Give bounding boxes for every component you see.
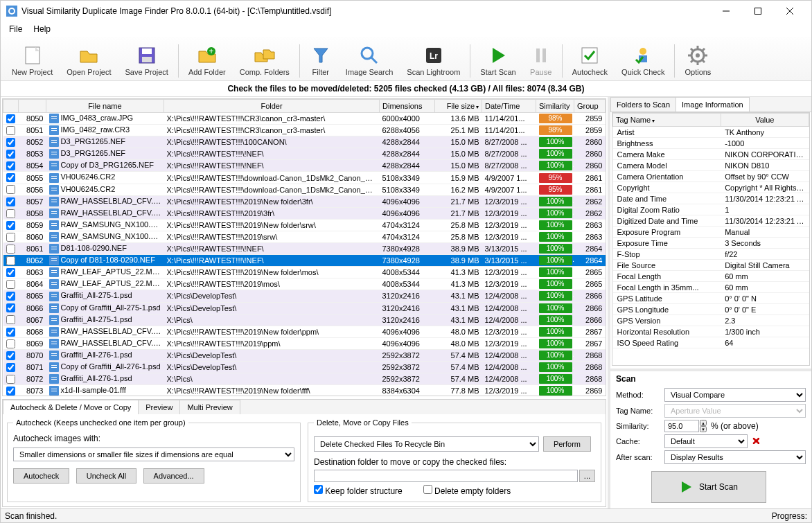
row-checkbox[interactable] [6,292,15,301]
property-row[interactable]: CopyrightCopyright * All Rights R... [613,182,809,193]
row-checkbox[interactable] [6,315,15,324]
property-row[interactable]: Camera ModelNIKON D810 [613,160,809,171]
row-checkbox[interactable] [6,185,15,194]
start-scan-button[interactable]: Start Scan [651,471,766,503]
property-row[interactable]: F-Stopf/22 [613,249,809,260]
autocheck-button[interactable]: Autocheck [13,468,69,484]
table-row[interactable]: 8057RAW_HASSELBLAD_CFV.3FRX:\Pics\!!!RAW… [3,195,606,207]
similarity-down[interactable]: ▼ [700,426,707,432]
table-row[interactable]: 8070Graffiti_All-276-1.psdX:\Pics\Develo… [3,349,606,361]
table-row[interactable]: 8058RAW_HASSELBLAD_CFV.3FRX:\Pics\!!!RAW… [3,207,606,219]
property-row[interactable]: Camera OrientationOffset by 90° CCW [613,171,809,182]
property-row[interactable]: Focal Length in 35mm...60 mm [613,282,809,293]
scan-method-select[interactable]: Visual Compare [664,388,806,402]
row-checkbox[interactable] [6,328,15,337]
property-row[interactable]: Digitized Date and Time11/30/2014 12:23:… [613,215,809,227]
row-checkbox[interactable] [6,197,15,206]
toolbar-autocheck[interactable]: Autocheck [565,37,615,78]
row-checkbox[interactable] [6,387,15,396]
row-checkbox[interactable] [6,173,15,182]
table-row[interactable]: 8068RAW_HASSELBLAD_CFV.PPMX:\Pics\!!!RAW… [3,326,606,337]
toolbar-open-project[interactable]: Open Project [60,37,118,78]
table-row[interactable]: 8065Graffiti_All-275-1.psdX:\Pics\Develo… [3,290,606,302]
property-row[interactable]: Exposure ProgramManual [613,227,809,238]
toolbar-add-folder[interactable]: +Add Folder [182,37,233,78]
toolbar-start-scan[interactable]: Start Scan [473,37,522,78]
table-row[interactable]: 8072Graffiti_All-276-1.psdX:\Pics\2592x3… [3,373,606,385]
row-checkbox[interactable] [6,245,15,254]
close-button[interactable] [774,1,806,21]
row-checkbox[interactable] [6,221,15,230]
advanced-button[interactable]: Advanced... [143,468,204,484]
col-chk[interactable] [19,100,46,113]
toolbar-quick-check[interactable]: Quick Check [615,37,671,78]
property-row[interactable]: Camera MakeNIKON CORPORATION [613,149,809,160]
table-row[interactable]: 8055VH0U6246.CR2X:\Pics\!!!RAWTEST!!!\do… [3,172,606,184]
property-row[interactable]: File SourceDigital Still Camera [613,260,809,271]
delete-action-select[interactable]: Delete Checked Files To Recycle Bin [314,436,539,452]
row-checkbox[interactable] [6,126,15,135]
table-row[interactable]: 8060RAW_SAMSUNG_NX100.SRWX:\Pics\!!!RAWT… [3,231,606,242]
row-checkbox[interactable] [6,339,15,348]
menu-help[interactable]: Help [28,23,56,35]
clear-cache-icon[interactable]: 🗙 [752,436,760,446]
row-checkbox[interactable] [6,375,15,384]
image-info-panel[interactable]: Tag NameValue ArtistTK AnthonyBrightness… [612,112,810,366]
toolbar-save-project[interactable]: Save Project [118,37,175,78]
browse-button[interactable]: ... [579,470,595,482]
col-folder[interactable]: Folder [164,100,380,113]
autocheck-mode-select[interactable]: Smaller dimensions or smaller file sizes… [13,447,294,461]
perform-button[interactable]: Perform [543,436,591,452]
property-row[interactable]: Digital Zoom Ratio1 [613,204,809,215]
table-row[interactable]: 8051IMG_0482_raw.CR3X:\Pics\!!!RAWTEST!!… [3,125,606,136]
row-checkbox[interactable] [6,233,15,242]
row-checkbox[interactable] [6,150,15,159]
property-row[interactable]: Date and Time11/30/2014 12:23:21 AM [613,193,809,204]
table-row[interactable]: 8050IMG_0483_craw.JPGX:\Pics\!!!RAWTEST!… [3,113,606,125]
table-row[interactable]: 8063RAW_LEAF_APTUS_22.MOSX:\Pics\!!!RAWT… [3,267,606,278]
table-row[interactable]: 8064RAW_LEAF_APTUS_22.MOSX:\Pics\!!!RAWT… [3,278,606,290]
table-row[interactable]: 8052D3_PRG1265.NEFX:\Pics\!!!RAWTEST!!!\… [3,136,606,148]
col-group[interactable]: Group [574,100,606,113]
table-row[interactable]: 8073x1d-II-sample-01.fffX:\Pics\!!!RAWTE… [3,385,606,396]
col-date-time[interactable]: Date/Time [482,100,536,113]
row-checkbox[interactable] [6,161,15,170]
row-checkbox[interactable] [6,351,15,360]
keep-folder-checkbox[interactable]: Keep folder structure [314,485,403,496]
menu-file[interactable]: File [3,23,28,35]
toolbar-options[interactable]: Options [678,37,718,78]
row-checkbox[interactable] [6,138,15,147]
uncheck-all-button[interactable]: Uncheck All [76,468,136,484]
col-value[interactable]: Value [721,114,809,127]
col-tag-name[interactable]: Tag Name [613,114,721,127]
tab-folders-to-scan[interactable]: Folders to Scan [610,97,676,112]
col-chk[interactable] [3,100,19,113]
row-checkbox[interactable] [6,268,15,277]
tab-multi-preview[interactable]: Multi Preview [179,400,240,414]
scan-after-select[interactable]: Display Results [664,450,806,464]
tab-autocheck-delete-move-or-copy[interactable]: Autocheck & Delete / Move or Copy [3,400,139,414]
col-similarity[interactable]: Similarity [536,100,574,113]
property-row[interactable]: Brightness-1000 [613,138,809,149]
row-checkbox[interactable] [6,209,15,218]
scan-cache-select[interactable]: Default [664,434,748,448]
col-file-name[interactable]: File name [46,100,164,113]
property-row[interactable]: ArtistTK Anthony [613,127,809,138]
property-row[interactable]: GPS Longitude0° 0' 0" E [613,304,809,315]
row-checkbox[interactable] [6,363,15,372]
delete-empty-checkbox[interactable]: Delete empty folders [423,485,511,496]
table-row[interactable]: 8054Copy of D3_PRG1265.NEFX:\Pics\!!!RAW… [3,160,606,172]
col-file-size[interactable]: File size [435,100,482,113]
tab-preview[interactable]: Preview [138,400,180,414]
property-row[interactable]: Focal Length60 mm [613,271,809,282]
results-grid[interactable]: File nameFolderDimensionsFile sizeDate/T… [2,98,606,396]
toolbar-filter[interactable]: Filter [303,37,339,78]
toolbar-comp-folders[interactable]: Comp. Folders [233,37,297,78]
table-row[interactable]: 8071Copy of Graffiti_All-276-1.psdX:\Pic… [3,361,606,373]
table-row[interactable]: 8062Copy of D81-108-0290.NEFX:\Pics\!!!R… [3,255,606,267]
destination-input[interactable] [314,470,578,482]
maximize-button[interactable] [742,1,774,21]
toolbar-new-project[interactable]: New Project [5,37,60,78]
property-row[interactable]: Exposure Time3 Seconds [613,238,809,249]
col-dimensions[interactable]: Dimensions [380,100,435,113]
